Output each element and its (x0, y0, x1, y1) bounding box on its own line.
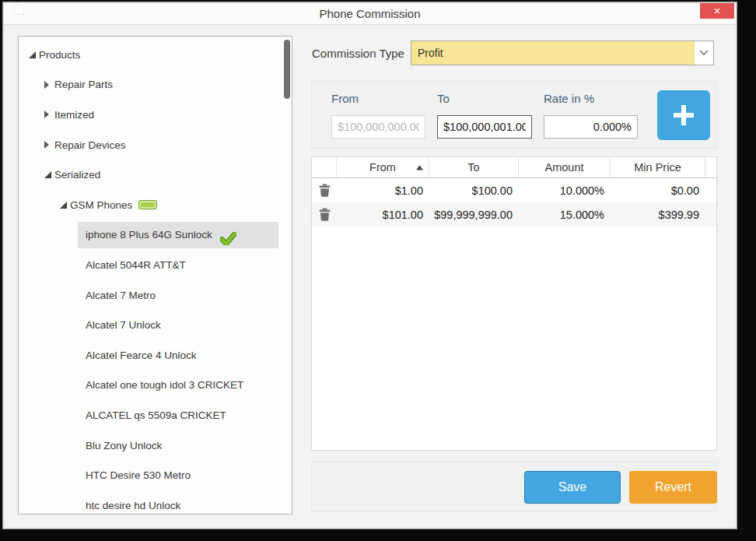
tree-item-label: Repair Devices (54, 139, 126, 151)
tree-item-alcatel-fearce-4-unlock[interactable]: Alcatel Fearce 4 Unlock (19, 340, 292, 371)
cell-min-price: $0.00 (611, 184, 705, 197)
commission-type-label: Commission Type (312, 40, 404, 65)
tree-item-alcatel-one-tough-idol-3-cricket[interactable]: Alcatel one tough idol 3 CRICKET (19, 371, 292, 401)
collapse-icon[interactable] (60, 202, 70, 209)
table-row[interactable]: $101.00$99,999,999.0015.000%$399.99 (312, 202, 716, 227)
cell-amount: 15.000% (519, 209, 611, 221)
tree-item-alcatel-7-metro[interactable]: Alcatel 7 Metro (19, 280, 292, 311)
tree-item-label: Alcatel 7 Metro (86, 290, 156, 301)
delete-row-button[interactable] (312, 208, 337, 221)
save-button[interactable]: Save (524, 471, 621, 504)
close-button[interactable]: ✕ (700, 3, 734, 19)
tree-item-label: iphone 8 Plus 64G Sunlock (86, 229, 212, 241)
tree-item-htc-desire-530-metro[interactable]: HTC Desire 530 Metro (19, 460, 292, 490)
rate-label: Rate in % (544, 92, 594, 105)
tree-item-alcatel-5044r-att-t[interactable]: Alcatel 5044R ATT&T (19, 250, 292, 280)
tree-item-label: Blu Zony Unlock (86, 440, 162, 451)
tree-item-itemized[interactable]: Itemized (19, 100, 292, 130)
rate-entry-panel: From To Rate in % (311, 81, 717, 149)
table-row[interactable]: $1.00$100.0010.000%$0.00 (312, 178, 716, 202)
tree-item-label: Alcatel 5044R ATT&T (86, 259, 186, 271)
tree-item-alcatel-7-unlock[interactable]: Alcatel 7 Unlock (19, 310, 292, 340)
product-tree: ProductsRepair PartsItemizedRepair Devic… (18, 36, 292, 515)
revert-button[interactable]: Revert (629, 471, 717, 504)
tree-item-label: Repair Parts (54, 79, 113, 90)
column-header-amount[interactable]: Amount (519, 157, 611, 177)
title-bar: Phone Commission ✕ (4, 3, 736, 24)
tree-item-iphone-8-plus-64g-sunlock[interactable]: iphone 8 Plus 64G Sunlock (19, 220, 292, 251)
cell-min-price: $399.99 (611, 209, 705, 221)
tree-item-htc-desire-hd-unlock[interactable]: htc desire hd Unlock (19, 490, 292, 515)
chevron-down-icon[interactable] (695, 41, 713, 65)
rate-input[interactable] (544, 115, 638, 139)
sort-ascending-icon (416, 165, 423, 170)
plus-icon (670, 102, 697, 128)
tree-item-gsm-phones[interactable]: GSM Phones (19, 190, 292, 220)
cell-to: $99,999,999.00 (429, 209, 519, 221)
tree-scrollbar-thumb[interactable] (284, 40, 290, 99)
from-label: From (331, 92, 359, 105)
selected-check-icon (220, 232, 236, 245)
tree-item-label: Serialized (54, 169, 100, 181)
expand-icon[interactable] (44, 81, 54, 89)
cell-to: $100.00 (429, 184, 519, 197)
cell-from: $101.00 (337, 209, 429, 221)
tree-item-label: GSM Phones (70, 199, 132, 211)
collapse-icon[interactable] (44, 171, 54, 178)
to-label: To (437, 92, 450, 105)
expand-icon[interactable] (44, 141, 54, 149)
tree-item-label: Alcatel one tough idol 3 CRICKET (86, 379, 243, 391)
cell-amount: 10.000% (519, 184, 611, 197)
column-header-min-price[interactable]: Min Price (611, 157, 705, 177)
tree-item-label: HTC Desire 530 Metro (86, 469, 191, 481)
column-header-from[interactable]: From (337, 157, 429, 177)
tree-item-alcatel-qs-5509a-cricket[interactable]: ALCATEL qs 5509a CRICKET (19, 400, 292, 430)
tree-item-repair-parts[interactable]: Repair Parts (19, 70, 292, 100)
tree-item-serialized[interactable]: Serialized (19, 160, 292, 190)
tree-item-label: Alcatel Fearce 4 Unlock (86, 350, 197, 361)
column-header-from-label: From (369, 161, 396, 174)
collapse-icon[interactable] (29, 51, 39, 58)
trash-icon (319, 208, 331, 221)
delete-row-button[interactable] (312, 184, 337, 197)
tree-item-label: htc desire hd Unlock (86, 500, 180, 511)
tree-item-products[interactable]: Products (19, 40, 292, 70)
tree-item-label: Alcatel 7 Unlock (86, 319, 161, 331)
add-rate-button[interactable] (657, 90, 710, 140)
to-input[interactable] (437, 115, 532, 139)
window-title: Phone Commission (4, 7, 736, 20)
column-header-filler (705, 157, 716, 177)
column-header-delete[interactable] (312, 157, 337, 177)
tree-item-label: ALCATEL qs 5509a CRICKET (86, 409, 226, 421)
action-bar: Save Revert (311, 462, 717, 511)
commission-type-value: Profit (411, 41, 695, 65)
table-header-row: From To Amount Min Price (312, 157, 716, 178)
tree-item-blu-zony-unlock[interactable]: Blu Zony Unlock (19, 430, 292, 461)
column-header-to[interactable]: To (429, 157, 519, 177)
from-input[interactable] (331, 115, 425, 139)
trash-icon (319, 184, 331, 197)
tree-item-label: Itemized (54, 109, 94, 121)
tree-item-label: Products (39, 49, 80, 61)
commission-type-dropdown[interactable]: Profit (411, 40, 714, 65)
table-body: $1.00$100.0010.000%$0.00$101.00$99,999,9… (312, 178, 716, 227)
phone-commission-window: Phone Commission ✕ ProductsRepair PartsI… (2, 2, 737, 529)
tree-item-repair-devices[interactable]: Repair Devices (19, 130, 292, 160)
cell-from: $1.00 (337, 184, 429, 197)
stock-badge-icon (138, 200, 157, 209)
expand-icon[interactable] (44, 111, 54, 118)
commission-table: From To Amount Min Price $1.00$100.0010.… (311, 156, 717, 451)
